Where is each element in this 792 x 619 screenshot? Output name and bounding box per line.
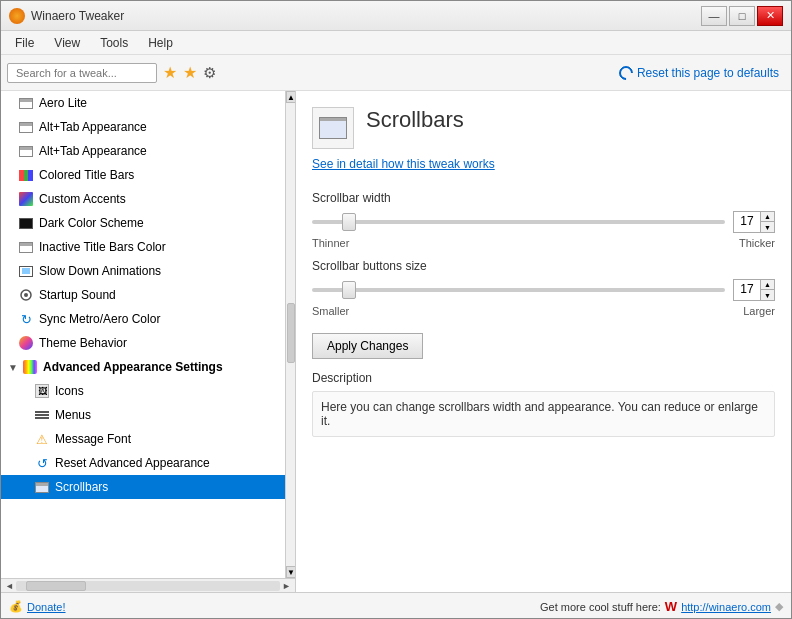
sidebar-item-inactive-title[interactable]: Inactive Title Bars Color <box>1 235 285 259</box>
monitor-icon <box>17 262 35 280</box>
maximize-button[interactable]: □ <box>729 6 755 26</box>
sidebar-item-menus[interactable]: Menus <box>1 403 285 427</box>
title-bar: Winaero Tweaker — □ ✕ <box>1 1 791 31</box>
sidebar-item-colored-bars[interactable]: Colored Title Bars <box>1 163 285 187</box>
buttons-spin-up[interactable]: ▲ <box>760 280 774 290</box>
scrollbar-width-thumb[interactable] <box>342 213 356 231</box>
sidebar-item-label: Alt+Tab Appearance <box>39 120 147 134</box>
sidebar-content: Aero Lite Alt+Tab Appearance Alt+Tab App… <box>1 91 295 499</box>
scroll-thumb-area <box>286 103 295 566</box>
sound-icon <box>17 286 35 304</box>
tree-collapse-icon[interactable]: ▼ <box>7 361 19 373</box>
buttons-spin-arrows: ▲ ▼ <box>760 280 774 300</box>
page-title: Scrollbars <box>366 107 464 133</box>
winaero-logo: W <box>665 599 677 614</box>
window-title: Winaero Tweaker <box>31 9 124 23</box>
hscroll-track <box>16 581 280 591</box>
scrollbar-buttons-thumb[interactable] <box>342 281 356 299</box>
sidebar-item-advanced-header[interactable]: ▼ Advanced Appearance Settings <box>1 355 285 379</box>
window-icon <box>17 118 35 136</box>
sidebar-item-label: Startup Sound <box>39 288 116 302</box>
sidebar-item-slow-animations[interactable]: Slow Down Animations <box>1 259 285 283</box>
app-icon <box>9 8 25 24</box>
close-button[interactable]: ✕ <box>757 6 783 26</box>
favorite-star-2[interactable]: ★ <box>183 63 197 82</box>
sidebar-inner: Aero Lite Alt+Tab Appearance Alt+Tab App… <box>1 91 295 578</box>
hscroll-left-arrow[interactable]: ◄ <box>3 581 16 591</box>
sidebar-item-theme-behavior[interactable]: Theme Behavior <box>1 331 285 355</box>
sidebar: Aero Lite Alt+Tab Appearance Alt+Tab App… <box>1 91 296 592</box>
scroll-up-arrow[interactable]: ▲ <box>286 91 295 103</box>
sidebar-item-label: Message Font <box>55 432 131 446</box>
description-heading: Description <box>312 371 775 385</box>
sidebar-item-label: Menus <box>55 408 91 422</box>
scrollbar-buttons-value: 17 <box>734 280 760 300</box>
sync-icon: ↻ <box>17 310 35 328</box>
sidebar-item-message-font[interactable]: ⚠ Message Font <box>1 427 285 451</box>
scrollbar-buttons-track[interactable] <box>312 288 725 292</box>
apply-changes-button[interactable]: Apply Changes <box>312 333 423 359</box>
color-bars-icon <box>17 166 35 184</box>
winaero-link[interactable]: http://winaero.com <box>681 601 771 613</box>
donate-link[interactable]: Donate! <box>27 601 66 613</box>
sidebar-item-dark-scheme[interactable]: Dark Color Scheme <box>1 211 285 235</box>
search-input[interactable] <box>7 63 157 83</box>
reset-page-button[interactable]: Reset this page to defaults <box>613 64 785 82</box>
sidebar-item-reset-adv[interactable]: ↺ Reset Advanced Appearance <box>1 451 285 475</box>
width-spin-down[interactable]: ▼ <box>760 222 774 232</box>
sidebar-item-alt-tab-1[interactable]: Alt+Tab Appearance <box>1 115 285 139</box>
status-text: Get more cool stuff here: <box>540 601 661 613</box>
sidebar-item-startup-sound[interactable]: Startup Sound <box>1 283 285 307</box>
menu-view[interactable]: View <box>44 33 90 53</box>
width-spin-arrows: ▲ ▼ <box>760 212 774 232</box>
scrollbar-width-spinner[interactable]: 17 ▲ ▼ <box>733 211 775 233</box>
buttons-spin-down[interactable]: ▼ <box>760 290 774 300</box>
scroll-down-arrow[interactable]: ▼ <box>286 566 295 578</box>
scrollbar-buttons-label: Scrollbar buttons size <box>312 259 775 273</box>
scrollbar-buttons-hints: Smaller Larger <box>312 305 775 317</box>
menu-file[interactable]: File <box>5 33 44 53</box>
main-content: Aero Lite Alt+Tab Appearance Alt+Tab App… <box>1 91 791 592</box>
menu-bar: File View Tools Help <box>1 31 791 55</box>
sidebar-item-sync-metro[interactable]: ↻ Sync Metro/Aero Color <box>1 307 285 331</box>
hint-larger: Larger <box>743 305 775 317</box>
sidebar-item-label: Dark Color Scheme <box>39 216 144 230</box>
svg-point-1 <box>24 293 28 297</box>
sidebar-item-icons[interactable]: 🖼 Icons <box>1 379 285 403</box>
detail-link[interactable]: See in detail how this tweak works <box>296 157 791 183</box>
window-icon <box>17 94 35 112</box>
status-bar: 💰 Donate! Get more cool stuff here: W ht… <box>1 592 791 619</box>
favorite-star-1[interactable]: ★ <box>163 63 177 82</box>
right-panel: Scrollbars See in detail how this tweak … <box>296 91 791 592</box>
minimize-button[interactable]: — <box>701 6 727 26</box>
icons-icon: 🖼 <box>33 382 51 400</box>
scrollbar-width-label: Scrollbar width <box>312 191 775 205</box>
scrollbar-width-row: 17 ▲ ▼ <box>312 211 775 233</box>
menu-help[interactable]: Help <box>138 33 183 53</box>
sidebar-item-label: Custom Accents <box>39 192 126 206</box>
scrollbar-buttons-spinner[interactable]: 17 ▲ ▼ <box>733 279 775 301</box>
scrollbar-width-track[interactable] <box>312 220 725 224</box>
width-spin-up[interactable]: ▲ <box>760 212 774 222</box>
hscroll-right-arrow[interactable]: ► <box>280 581 293 591</box>
inactive-window-icon <box>17 238 35 256</box>
settings-gear-icon[interactable]: ⚙ <box>203 64 216 82</box>
sidebar-item-scrollbars[interactable]: Scrollbars <box>1 475 285 499</box>
toolbar: ★ ★ ⚙ Reset this page to defaults <box>1 55 791 91</box>
sidebar-section-label: Advanced Appearance Settings <box>43 360 223 374</box>
sidebar-item-alt-tab-2[interactable]: Alt+Tab Appearance <box>1 139 285 163</box>
rainbow-icon <box>21 358 39 376</box>
scroll-thumb[interactable] <box>287 303 295 363</box>
sidebar-item-custom-accents[interactable]: Custom Accents <box>1 187 285 211</box>
menu-tools[interactable]: Tools <box>90 33 138 53</box>
sidebar-hscrollbar[interactable]: ◄ ► <box>1 578 295 592</box>
sidebar-item-label: Slow Down Animations <box>39 264 161 278</box>
status-end-icon: ◆ <box>775 600 783 613</box>
sidebar-scrollbar[interactable]: ▲ ▼ <box>285 91 295 578</box>
page-header: Scrollbars <box>296 91 791 157</box>
scrollbar-width-value: 17 <box>734 212 760 232</box>
hscroll-thumb[interactable] <box>26 581 86 591</box>
sidebar-item-aero-lite[interactable]: Aero Lite <box>1 91 285 115</box>
sidebar-item-label: Alt+Tab Appearance <box>39 144 147 158</box>
dark-icon <box>17 214 35 232</box>
